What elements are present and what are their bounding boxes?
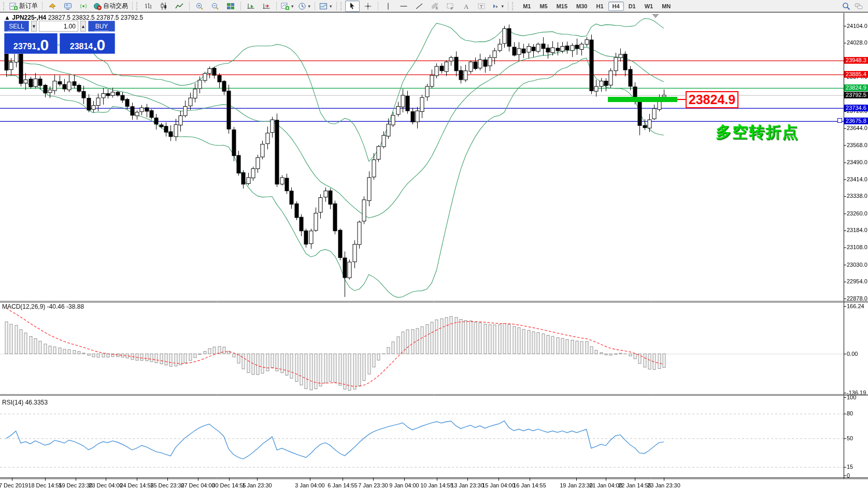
toolbar-grip <box>512 2 515 10</box>
pane-divider-macd[interactable] <box>0 300 868 303</box>
zoom-in-button[interactable] <box>192 1 207 12</box>
buy-button[interactable]: BUY <box>88 21 115 32</box>
hline-drag-handle[interactable] <box>837 118 842 123</box>
time-axis-label: 6 Jan 14:55 <box>328 482 358 488</box>
price-line-label[interactable]: 23792.5 <box>844 92 868 98</box>
trendline-tool-button[interactable] <box>412 1 426 12</box>
tools-button[interactable] <box>45 1 60 12</box>
fibo-tool-button[interactable]: E <box>428 1 442 12</box>
price-axis-tick: 22954.0 <box>847 278 867 284</box>
time-axis-label: 24 Dec 14:55 <box>120 482 153 488</box>
market-watch-button[interactable] <box>61 1 75 12</box>
time-axis-label: 17 Dec 2019 <box>0 482 28 488</box>
zoom-out-icon <box>211 2 219 10</box>
svg-text:F: F <box>451 7 453 10</box>
tile-windows-button[interactable] <box>223 1 238 12</box>
new-order-icon <box>9 2 18 10</box>
bar-chart-button[interactable] <box>141 1 155 12</box>
price-axis-tick: 23184.0 <box>847 227 867 233</box>
templates-button[interactable]: ▾ <box>318 1 334 12</box>
toolbar-separator <box>508 2 508 10</box>
price-axis-tick: 23568.0 <box>847 142 867 148</box>
new-order-label: 新订单 <box>19 2 38 10</box>
turning-point-annotation[interactable]: 多空转折点 <box>716 122 799 143</box>
text-tool-button[interactable]: A <box>459 1 473 12</box>
crosshair-tool-button[interactable] <box>361 1 375 12</box>
line-chart-button[interactable] <box>172 1 187 12</box>
toolbar-separator <box>132 2 133 10</box>
candlestick-chart-icon <box>160 2 168 10</box>
step-down-icon: ▼ <box>32 24 36 29</box>
hline-tool-button[interactable] <box>396 1 411 12</box>
chat-icon[interactable] <box>855 2 863 10</box>
toolbar-right <box>842 2 866 10</box>
vertical-line-icon <box>384 2 392 10</box>
chart-shift-marker-icon[interactable] <box>652 14 659 18</box>
monitor-icon <box>64 2 72 10</box>
price-line-label[interactable]: 23675.8 <box>844 118 868 124</box>
price-axis-tick: 23108.0 <box>847 244 867 250</box>
auto-scroll-button[interactable] <box>244 1 258 12</box>
add-indicator-button[interactable]: ▾ <box>279 1 295 12</box>
arrows-tool-button[interactable]: ▾ <box>490 1 506 12</box>
time-axis-label: 25 Dec 23:30 <box>150 482 184 488</box>
tf-button-M1[interactable]: M1 <box>519 2 535 11</box>
tf-button-H4[interactable]: H4 <box>608 2 624 11</box>
autotrade-button[interactable]: 自动交易 <box>92 1 130 12</box>
price-callout-box[interactable]: 23824.9 <box>686 91 738 108</box>
buy-price-box[interactable]: 23814 .0 <box>60 33 115 54</box>
dropdown-caret: ▾ <box>308 4 311 9</box>
step-up-icon: ▲ <box>81 24 86 29</box>
time-axis-label: 9 Jan 04:00 <box>389 482 419 488</box>
text-label-icon: T <box>477 2 486 10</box>
toolbar-separator <box>189 2 190 10</box>
callout-connector <box>677 99 686 100</box>
toolbar-grip <box>3 2 6 10</box>
time-axis-label: 23 Dec 04:00 <box>89 482 122 488</box>
price-line-label[interactable]: 23948.3 <box>844 57 868 64</box>
collapse-arrow-icon[interactable]: ▲ <box>4 14 10 21</box>
tf-button-M5[interactable]: M5 <box>535 2 551 11</box>
cursor-tool-button[interactable] <box>345 1 360 12</box>
time-axis-label: 7 Jan 23:30 <box>358 482 388 488</box>
new-order-button[interactable]: 新订单 <box>8 1 39 12</box>
price-line-label[interactable]: 23824.9 <box>844 84 868 91</box>
zoom-out-button[interactable] <box>208 1 222 12</box>
signals-button[interactable] <box>76 1 91 12</box>
autotrade-label: 自动交易 <box>103 2 128 10</box>
tf-button-W1[interactable]: W1 <box>641 2 658 11</box>
tf-button-M15[interactable]: M15 <box>552 2 572 11</box>
sell-button[interactable]: SELL <box>4 21 29 32</box>
tf-button-M30[interactable]: M30 <box>572 2 591 11</box>
tf-button-MN[interactable]: MN <box>658 2 675 11</box>
volume-input[interactable] <box>39 21 78 32</box>
volume-step-down[interactable]: ▼ <box>31 21 37 32</box>
time-axis-label: 1 Jan 23:30 <box>242 482 272 488</box>
pane-divider-rsi[interactable] <box>0 395 868 397</box>
one-click-trade-panel: SELL ▼ ▲ BUY 23791 .0 23814 .0 <box>4 21 115 54</box>
candle-chart-button[interactable] <box>156 1 171 12</box>
price-line-label[interactable]: 23734.6 <box>844 105 868 111</box>
zoom-in-icon <box>195 2 204 10</box>
channel-tool-button[interactable]: F <box>443 1 458 12</box>
highlight-rectangle[interactable] <box>608 97 677 102</box>
channel-icon: F <box>446 2 454 10</box>
macd-label: MACD(12,26,9) -40.46 -38.88 <box>2 303 84 310</box>
arrows-icon <box>491 2 500 10</box>
periods-button[interactable]: ▾ <box>296 1 312 12</box>
vline-tool-button[interactable] <box>381 1 395 12</box>
tf-button-D1[interactable]: D1 <box>624 2 640 11</box>
label-tool-button[interactable]: T <box>474 1 489 12</box>
search-icon[interactable] <box>842 2 850 10</box>
time-axis-label: 30 Dec 14:55 <box>212 482 246 488</box>
time-axis-label: 19 Jan 23:30 <box>560 482 593 488</box>
sell-price-box[interactable]: 23791 .0 <box>4 33 58 54</box>
signal-icon <box>79 2 88 10</box>
chart-canvas[interactable] <box>0 12 868 490</box>
tf-button-H1[interactable]: H1 <box>592 2 608 11</box>
chart-shift-button[interactable] <box>259 1 274 12</box>
autotrade-icon <box>93 2 102 10</box>
volume-step-up[interactable]: ▲ <box>80 21 86 32</box>
cursor-icon <box>348 2 357 10</box>
price-line-label[interactable]: 23885.4 <box>844 71 868 78</box>
